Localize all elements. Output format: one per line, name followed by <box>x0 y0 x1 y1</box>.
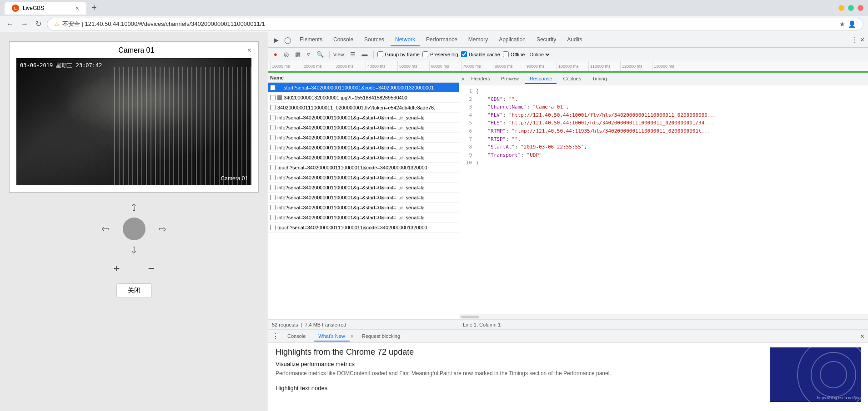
throttle-select[interactable]: Online <box>527 51 551 58</box>
star-icon[interactable]: ★ <box>839 20 845 28</box>
more-tabs-button[interactable]: ⋮ <box>851 35 858 44</box>
tab-elements[interactable]: Elements <box>295 34 327 46</box>
offline-option[interactable]: Offline <box>503 51 525 57</box>
profile-icon[interactable]: 👤 <box>848 20 856 28</box>
tab-sources[interactable]: Sources <box>360 34 389 46</box>
row-checkbox[interactable] <box>270 115 276 120</box>
tab-security[interactable]: Security <box>532 34 561 46</box>
row-checkbox[interactable] <box>270 85 276 90</box>
row-checkbox[interactable] <box>270 175 276 180</box>
table-row[interactable]: info?serial=340200000011000001&q=&start=… <box>268 213 459 223</box>
tab-headers[interactable]: Headers <box>467 74 495 84</box>
close-bottom-panel[interactable]: × <box>860 332 864 341</box>
tab-timing[interactable]: Timing <box>587 74 612 84</box>
clear-button[interactable]: ◎ <box>282 50 291 59</box>
ptz-center[interactable] <box>123 218 146 240</box>
minimize-button[interactable] <box>838 5 844 11</box>
tab-preview[interactable]: Preview <box>497 74 523 84</box>
table-row[interactable]: info?serial=340200000011000001&q=&start=… <box>268 193 459 203</box>
tab-whats-new[interactable]: What's New <box>314 332 349 342</box>
row-checkbox[interactable] <box>270 215 276 220</box>
table-row[interactable]: info?serial=340200000011000001&q=&start=… <box>268 203 459 213</box>
reload-button[interactable]: ↻ <box>34 18 43 30</box>
table-row[interactable]: start?serial=340200000011000001&code=340… <box>268 83 459 93</box>
tab-network[interactable]: Network <box>391 34 420 46</box>
scrollbar-thumb[interactable] <box>461 316 479 318</box>
disable-cache-checkbox[interactable] <box>461 51 467 57</box>
record-button[interactable]: ● <box>272 50 279 59</box>
tab-audits[interactable]: Audits <box>562 34 587 46</box>
timeline-view-button[interactable]: ▬ <box>360 50 370 59</box>
table-row[interactable]: touch?serial=34020000001110000011&code=3… <box>268 223 459 233</box>
offline-checkbox[interactable] <box>503 51 509 57</box>
preserve-log-checkbox[interactable] <box>422 51 428 57</box>
tab-response[interactable]: Response <box>525 74 557 84</box>
table-row[interactable]: info?serial=340200000011000001&q=&start=… <box>268 183 459 193</box>
row-checkbox[interactable] <box>270 145 276 150</box>
table-row[interactable]: info?serial=340200000011000001&q=&start=… <box>268 133 459 143</box>
bottom-panel-menu[interactable]: ⋮ <box>272 332 279 341</box>
whats-new-close[interactable]: × <box>351 333 354 340</box>
tab-cookies[interactable]: Cookies <box>558 74 586 84</box>
row-checkbox[interactable] <box>270 105 276 110</box>
section-1: Visualize performance metrics Performanc… <box>276 361 761 377</box>
tab-request-blocking[interactable]: Request blocking <box>357 332 405 342</box>
close-window-button[interactable] <box>858 5 863 11</box>
table-row[interactable]: info?serial=340200000011000001&q=&start=… <box>268 173 459 183</box>
device-toolbar-button[interactable]: ◯ <box>282 35 293 45</box>
ptz-up-button[interactable]: ⇧ <box>126 199 142 216</box>
camera-close-icon[interactable]: × <box>247 46 251 54</box>
search-button[interactable]: 🔍 <box>315 50 326 59</box>
request-name: info?serial=340200000011000001&q=&start=… <box>277 145 457 150</box>
response-pane-close[interactable]: × <box>461 75 465 83</box>
tab-performance[interactable]: Performance <box>421 34 462 46</box>
list-view-button[interactable]: ☰ <box>348 50 357 59</box>
zoom-out-button[interactable]: − <box>143 260 160 277</box>
ptz-down-button[interactable]: ⇩ <box>126 242 142 258</box>
table-row[interactable]: 34020000001320000001.jpg?t=1551884158269… <box>268 93 459 103</box>
ptz-right-button[interactable]: ⇨ <box>155 221 171 237</box>
table-row[interactable]: info?serial=340200000011000001&q=&start=… <box>268 153 459 163</box>
row-checkbox[interactable] <box>270 125 276 130</box>
maximize-button[interactable] <box>848 5 854 11</box>
tab-console-bottom[interactable]: Console <box>283 332 310 342</box>
disable-cache-option[interactable]: Disable cache <box>461 51 500 57</box>
request-name: info?serial=340200000011000001&q=&start=… <box>277 125 457 130</box>
row-checkbox[interactable] <box>270 135 276 140</box>
row-checkbox[interactable] <box>270 95 276 100</box>
new-tab-button[interactable]: + <box>90 1 99 15</box>
row-checkbox[interactable] <box>270 195 276 200</box>
filter-button[interactable]: ▿ <box>305 50 312 59</box>
tab-application[interactable]: Application <box>494 34 530 46</box>
forward-button[interactable]: → <box>19 18 30 30</box>
row-checkbox[interactable] <box>270 185 276 190</box>
json-line: 1 { <box>463 87 864 95</box>
address-text: 不安全 | 121.40.50.44:10000/#/devices/chann… <box>62 20 837 28</box>
preserve-log-option[interactable]: Preserve log <box>422 51 458 57</box>
table-row[interactable]: info?serial=340200000011000001&q=&start=… <box>268 123 459 133</box>
close-button[interactable]: 关闭 <box>116 283 152 298</box>
row-checkbox[interactable] <box>270 205 276 210</box>
horizontal-scrollbar[interactable] <box>459 314 868 319</box>
camera-screenshot-button[interactable]: ▩ <box>293 50 302 59</box>
ptz-left-button[interactable]: ⇦ <box>97 221 114 237</box>
table-row[interactable]: info?serial=340200000011000001&q=&start=… <box>268 143 459 153</box>
json-content: "RTMP": "rtmp://121.40.50.44:11935/hls/3… <box>476 127 711 135</box>
row-checkbox[interactable] <box>270 155 276 160</box>
row-checkbox[interactable] <box>270 165 276 170</box>
zoom-in-button[interactable]: + <box>109 260 125 277</box>
row-checkbox[interactable] <box>270 225 276 230</box>
close-devtools-button[interactable]: × <box>860 36 864 44</box>
group-frame-checkbox[interactable] <box>377 51 383 57</box>
back-button[interactable]: ← <box>5 18 15 30</box>
group-frame-option[interactable]: Group by frame <box>377 51 420 57</box>
inspect-element-button[interactable]: ▶ <box>272 35 281 45</box>
tab-close-button[interactable]: × <box>75 5 79 12</box>
tab-memory[interactable]: Memory <box>464 34 492 46</box>
tab-console[interactable]: Console <box>329 34 358 46</box>
browser-tab[interactable]: L LiveGBS × <box>5 2 86 15</box>
table-row[interactable]: touch?serial=34020000001110000011&code=3… <box>268 163 459 173</box>
table-row[interactable]: info?serial=340200000011000001&q=&start=… <box>268 113 459 123</box>
address-bar[interactable]: ⚠ 不安全 | 121.40.50.44:10000/#/devices/cha… <box>47 18 863 30</box>
table-row[interactable]: 34020000001110000011_0200000001.flv?toke… <box>268 103 459 113</box>
